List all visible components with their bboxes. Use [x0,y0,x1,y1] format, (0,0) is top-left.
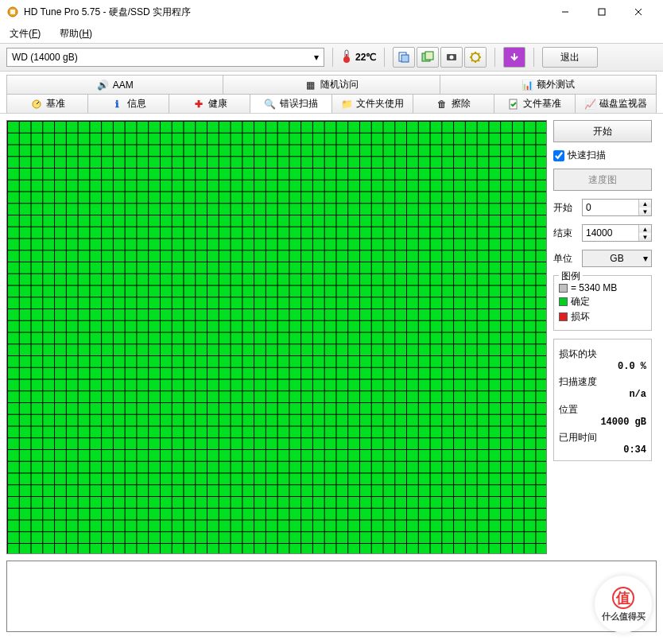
temperature-value: 22℃ [355,52,376,63]
start-value: 0 [586,202,591,213]
thermometer-icon [341,49,352,66]
copy-screenshot-button[interactable] [417,47,439,68]
magnifier-icon: 🔍 [264,98,277,111]
svg-rect-3 [599,9,605,15]
damaged-swatch [559,312,568,321]
end-label: 结束 [553,227,577,240]
quick-scan-label: 快速扫描 [568,149,606,162]
speaker-icon: 🔊 [97,79,110,91]
ok-swatch [559,297,568,306]
svg-rect-1 [10,10,15,14]
position-label: 位置 [559,403,646,417]
svg-rect-18 [510,99,517,109]
extra-icon: 📊 [521,79,533,91]
window-title: HD Tune Pro 5.75 - 硬盘/SSD 实用程序 [24,6,547,19]
file-check-icon [507,98,520,111]
gauge-icon [30,98,43,111]
menu-file[interactable]: 文件(F) [5,25,45,42]
scan-grid [6,120,547,554]
block-size-label: = 5340 MB [571,282,617,293]
speed-map-button: 速度图 [553,169,652,191]
separator [384,48,385,67]
damaged-blocks-value: 0.0 % [559,361,646,372]
tab-folder-usage[interactable]: 📁文件夹使用 [332,94,413,113]
folder-icon: 📁 [340,98,353,111]
svg-rect-10 [401,55,409,62]
tab-random-access[interactable]: ▦随机访问 [223,75,440,94]
title-bar: HD Tune Pro 5.75 - 硬盘/SSD 实用程序 [0,0,663,24]
scan-speed-label: 扫描速度 [559,375,646,389]
legend-title: 图例 [559,270,583,283]
chevron-down-icon: ▾ [643,253,648,264]
watermark-text: 什么值得买 [602,611,646,623]
unit-value: GB [610,253,623,264]
minimize-to-tray-button[interactable] [503,47,525,68]
options-button[interactable] [464,47,487,68]
end-spinner[interactable]: 14000 ▲▼ [582,224,652,242]
content-area: 开始 快速扫描 速度图 开始 0 ▲▼ 结束 14000 ▲▼ 单位 GB ▾ [0,114,663,561]
ok-label: 确定 [571,295,590,308]
maximize-button[interactable] [584,0,620,24]
tabs-area: 🔊AAM ▦随机访问 📊额外测试 基准 ℹ信息 ✚健康 🔍错误扫描 📁文件夹使用… [0,72,663,114]
block-swatch [559,284,568,293]
position-value: 14000 gB [559,417,646,428]
separator [533,48,534,67]
menu-bar: 文件(F) 帮助(H) [0,24,663,43]
exit-button[interactable]: 退出 [542,47,598,68]
tab-health[interactable]: ✚健康 [169,94,250,113]
watermark: 值 什么值得买 [595,576,652,633]
start-label: 开始 [553,201,577,215]
tab-file-benchmark[interactable]: 文件基准 [494,94,576,113]
separator [494,48,495,67]
start-button[interactable]: 开始 [553,120,652,142]
tab-disk-monitor[interactable]: 📈磁盘监视器 [575,94,657,113]
spin-up-icon[interactable]: ▲ [639,200,651,208]
menu-help[interactable]: 帮助(H) [55,25,97,42]
spin-up-icon[interactable]: ▲ [639,225,651,233]
scan-speed-value: n/a [559,389,646,400]
temperature-display: 22℃ [341,49,376,66]
legend-box: 图例 = 5340 MB 确定 损坏 [553,275,652,331]
separator [332,48,333,67]
unit-label: 单位 [553,252,577,266]
svg-rect-8 [346,54,347,60]
app-icon [6,6,19,18]
log-box [6,561,657,632]
dice-icon: ▦ [304,79,317,91]
chevron-down-icon: ▾ [314,52,319,63]
scan-grid-pattern [7,121,546,553]
svg-rect-12 [425,52,433,60]
elapsed-value: 0:34 [559,444,646,456]
watermark-icon: 值 [612,587,634,609]
copy-info-button[interactable] [393,47,415,68]
elapsed-label: 已用时间 [559,431,646,444]
end-value: 14000 [586,227,612,239]
drive-label: WD (14000 gB) [12,52,78,63]
tab-extra-tests[interactable]: 📊额外测试 [440,75,657,94]
save-screenshot-button[interactable] [440,47,463,68]
spin-down-icon[interactable]: ▼ [639,233,651,241]
stats-box: 损坏的块 0.0 % 扫描速度 n/a 位置 14000 gB 已用时间 0:3… [553,339,652,461]
tab-aam[interactable]: 🔊AAM [6,75,223,94]
side-panel: 开始 快速扫描 速度图 开始 0 ▲▼ 结束 14000 ▲▼ 单位 GB ▾ [553,120,652,554]
trash-icon: 🗑 [436,98,448,111]
tab-benchmark[interactable]: 基准 [6,94,88,113]
close-button[interactable] [620,0,657,24]
spin-down-icon[interactable]: ▼ [639,208,651,215]
quick-scan-checkbox[interactable] [553,150,564,161]
minimize-button[interactable] [547,0,584,24]
health-icon: ✚ [192,98,205,111]
tab-info[interactable]: ℹ信息 [87,94,169,113]
damaged-label: 损坏 [571,310,590,324]
monitor-icon: 📈 [584,98,596,111]
damaged-blocks-label: 损坏的块 [559,347,646,361]
unit-selector[interactable]: GB ▾ [582,250,652,267]
drive-selector[interactable]: WD (14000 gB) ▾ [6,48,324,67]
svg-point-14 [450,56,454,60]
toolbar: WD (14000 gB) ▾ 22℃ 退出 [0,43,663,72]
tab-erase[interactable]: 🗑擦除 [413,94,494,113]
quick-scan-checkbox-row[interactable]: 快速扫描 [553,147,652,164]
tab-error-scan[interactable]: 🔍错误扫描 [250,94,332,113]
start-spinner[interactable]: 0 ▲▼ [582,199,652,216]
info-icon: ℹ [111,98,124,111]
